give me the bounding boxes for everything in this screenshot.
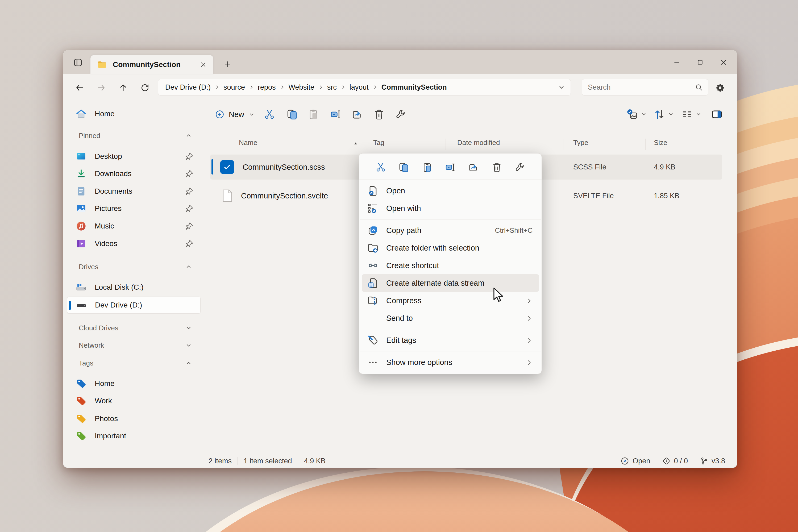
- forward-button[interactable]: [93, 80, 110, 95]
- new-tab-button[interactable]: [220, 56, 236, 72]
- status-commits[interactable]: 0 / 0: [662, 457, 688, 465]
- settings-button[interactable]: [712, 80, 728, 95]
- sidebar-item-local-disk-c[interactable]: Local Disk (C:): [67, 279, 201, 296]
- status-open-button[interactable]: Open: [620, 456, 650, 466]
- status-version[interactable]: v3.8: [700, 457, 725, 465]
- sidebar-item-dev-drive-d[interactable]: Dev Drive (D:): [67, 297, 201, 314]
- breadcrumb[interactable]: Dev Drive (D:) source repos Website src …: [158, 79, 571, 95]
- column-header-type[interactable]: Type: [573, 138, 588, 147]
- view-button[interactable]: [679, 107, 695, 122]
- chevron-up-icon[interactable]: [185, 263, 192, 270]
- sidebar-tag-work[interactable]: Work: [67, 392, 201, 410]
- new-button[interactable]: New: [211, 106, 259, 123]
- properties-button[interactable]: [393, 107, 408, 122]
- sidebar-item-downloads[interactable]: Downloads: [67, 165, 201, 182]
- tab-communitysection[interactable]: CommunitySection: [91, 55, 213, 74]
- properties-button[interactable]: [513, 160, 527, 174]
- sidebar-item-pictures[interactable]: Pictures: [67, 200, 201, 217]
- column-divider[interactable]: [363, 138, 363, 150]
- menu-item-open-with[interactable]: Open with: [362, 200, 539, 217]
- breadcrumb-item[interactable]: source: [222, 83, 247, 92]
- breadcrumb-item[interactable]: Website: [287, 83, 316, 92]
- checkbox-checked[interactable]: [220, 160, 234, 174]
- menu-item-compress[interactable]: Compress: [362, 292, 539, 309]
- search-icon[interactable]: [695, 83, 703, 91]
- sidebar-section-tags[interactable]: Tags: [67, 357, 201, 369]
- column-header-size[interactable]: Size: [654, 138, 667, 147]
- share-button[interactable]: [349, 107, 365, 122]
- menu-item-create-alternate-data-stream[interactable]: Create alternate data stream: [362, 274, 539, 292]
- sidebar-section-drives[interactable]: Drives: [67, 261, 201, 273]
- breadcrumb-item[interactable]: layout: [348, 83, 370, 92]
- menu-item-send-to[interactable]: Send to: [362, 309, 539, 327]
- address-dropdown-icon[interactable]: [558, 83, 565, 91]
- close-button[interactable]: [712, 50, 735, 74]
- menu-item-create-folder-with-selection[interactable]: Create folder with selection: [362, 239, 539, 257]
- chevron-down-icon[interactable]: [185, 324, 192, 331]
- cut-button[interactable]: [262, 107, 277, 122]
- delete-button[interactable]: [490, 160, 504, 174]
- copy-button[interactable]: [397, 160, 411, 174]
- mouse-cursor: [490, 287, 506, 304]
- music-icon: [76, 221, 87, 232]
- column-header-date-modified[interactable]: Date modified: [457, 138, 500, 147]
- paste-button[interactable]: [306, 107, 321, 122]
- sidebar-item-home[interactable]: Home: [67, 105, 201, 122]
- menu-item-show-more-options[interactable]: Show more options: [362, 354, 539, 371]
- select-dropdown-icon[interactable]: [641, 111, 647, 117]
- tab-layout-icon[interactable]: [70, 55, 86, 70]
- view-dropdown-icon[interactable]: [695, 111, 702, 117]
- column-divider[interactable]: [563, 138, 564, 150]
- column-divider[interactable]: [645, 138, 646, 150]
- menu-item-open[interactable]: Open: [362, 182, 539, 200]
- chevron-up-icon[interactable]: [185, 360, 192, 366]
- status-divider: [656, 457, 656, 465]
- paste-button[interactable]: [420, 160, 434, 174]
- file-type: SCSS File: [573, 163, 607, 171]
- sidebar-item-label: Home: [95, 110, 201, 118]
- delete-button[interactable]: [371, 107, 387, 122]
- refresh-button[interactable]: [137, 80, 153, 95]
- sidebar-section-pinned[interactable]: Pinned: [67, 129, 201, 142]
- share-button[interactable]: [466, 160, 481, 174]
- sidebar-tag-photos[interactable]: Photos: [67, 410, 201, 427]
- search-input[interactable]: [587, 83, 695, 92]
- rename-button[interactable]: [443, 160, 457, 174]
- sidebar-item-videos[interactable]: Videos: [67, 235, 201, 252]
- details-pane-button[interactable]: [709, 107, 725, 122]
- chevron-up-icon[interactable]: [185, 132, 192, 139]
- sidebar-item-music[interactable]: Music: [67, 217, 201, 234]
- chevron-down-icon[interactable]: [185, 342, 192, 349]
- back-button[interactable]: [71, 80, 88, 95]
- menu-item-copy-path[interactable]: Copy path Ctrl+Shift+C: [362, 222, 539, 239]
- sidebar-section-network[interactable]: Network: [67, 339, 201, 352]
- minimize-button[interactable]: [665, 50, 688, 74]
- copy-button[interactable]: [284, 107, 300, 122]
- menu-item-edit-tags[interactable]: Edit tags: [362, 331, 539, 349]
- maximize-button[interactable]: [688, 50, 712, 74]
- rename-button[interactable]: [328, 107, 343, 122]
- sidebar-section-cloud-drives[interactable]: Cloud Drives: [67, 322, 201, 334]
- breadcrumb-item-current[interactable]: CommunitySection: [380, 83, 449, 92]
- menu-divider: [360, 329, 541, 329]
- sidebar-tag-home[interactable]: Home: [67, 375, 201, 392]
- tab-close-icon[interactable]: [196, 58, 210, 72]
- column-divider[interactable]: [445, 138, 446, 150]
- breadcrumb-item[interactable]: src: [326, 83, 338, 92]
- column-header-name[interactable]: Name: [239, 138, 257, 147]
- sidebar-item-documents[interactable]: Documents: [67, 183, 201, 200]
- cut-button[interactable]: [374, 160, 388, 174]
- sort-button[interactable]: [652, 107, 667, 122]
- column-header-tag[interactable]: Tag: [373, 138, 384, 147]
- sidebar-item-desktop[interactable]: Desktop: [67, 148, 201, 165]
- search-box[interactable]: [582, 79, 708, 95]
- select-all-button[interactable]: [625, 107, 640, 122]
- menu-item-create-shortcut[interactable]: Create shortcut: [362, 257, 539, 274]
- breadcrumb-item[interactable]: repos: [256, 83, 278, 92]
- pin-icon: [185, 152, 194, 161]
- tab-title: CommunitySection: [113, 60, 196, 69]
- breadcrumb-item[interactable]: Dev Drive (D:): [164, 83, 212, 92]
- sort-dropdown-icon[interactable]: [668, 111, 674, 117]
- sidebar-tag-important[interactable]: Important: [67, 428, 201, 444]
- up-button[interactable]: [115, 80, 131, 95]
